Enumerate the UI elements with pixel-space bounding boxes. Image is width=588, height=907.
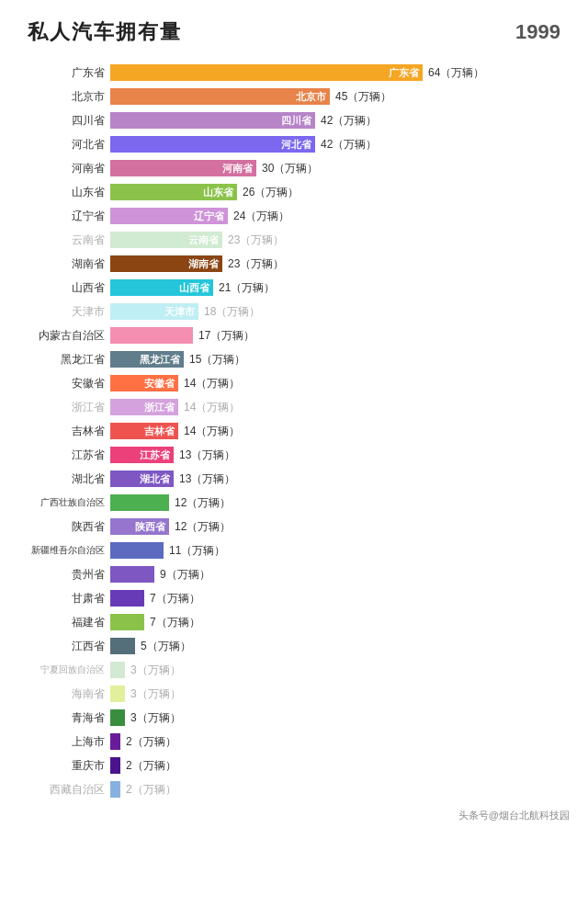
region-label: 福建省 — [9, 615, 110, 630]
bar-row: 辽宁省辽宁省24（万辆） — [9, 206, 579, 226]
region-label: 上海市 — [9, 734, 110, 750]
bar-row: 浙江省浙江省14（万辆） — [9, 397, 579, 417]
bar-fill — [110, 327, 193, 344]
bar-container: 河南省30（万辆） — [110, 160, 579, 176]
bar-container: 山西省21（万辆） — [110, 279, 579, 296]
bar-value-label: 13（万辆） — [179, 471, 235, 487]
bar-container: 陕西省12（万辆） — [110, 518, 579, 535]
bar-container: 7（万辆） — [110, 614, 579, 630]
bar-fill: 湖北省 — [110, 471, 174, 487]
bar-value-label: 26（万辆） — [243, 185, 299, 200]
bar-value-label: 3（万辆） — [130, 710, 181, 726]
bar-inner-label: 安徽省 — [144, 377, 175, 391]
bar-container: 2（万辆） — [110, 733, 579, 750]
bar-value-label: 2（万辆） — [126, 758, 176, 774]
bar-inner-label: 云南省 — [188, 233, 219, 247]
bar-value-label: 42（万辆） — [321, 113, 377, 129]
bar-inner-label: 山东省 — [203, 186, 233, 199]
region-label: 内蒙古自治区 — [9, 328, 110, 344]
bar-fill: 黑龙江省 — [110, 351, 184, 368]
bar-container: 5（万辆） — [110, 638, 579, 654]
chart-area: 广东省广东省64（万辆）北京市北京市45（万辆）四川省四川省42（万辆）河北省河… — [9, 62, 579, 799]
bar-fill: 江苏省 — [110, 447, 174, 463]
bar-row: 贵州省9（万辆） — [9, 564, 579, 584]
bar-container: 广东省64（万辆） — [110, 64, 579, 81]
region-label: 安徽省 — [9, 376, 110, 391]
bar-inner-label: 广东省 — [389, 66, 419, 80]
bar-container: 河北省42（万辆） — [110, 136, 579, 153]
region-label: 重庆市 — [9, 758, 110, 774]
bar-value-label: 2（万辆） — [126, 734, 176, 750]
bar-fill — [110, 614, 144, 630]
bar-fill — [110, 662, 125, 678]
bar-fill — [110, 494, 169, 511]
bar-row: 宁夏回族自治区3（万辆） — [9, 660, 579, 680]
bar-row: 山西省山西省21（万辆） — [9, 278, 579, 298]
bar-row: 重庆市2（万辆） — [9, 755, 579, 776]
bar-row: 西藏自治区2（万辆） — [9, 779, 579, 799]
bar-inner-label: 吉林省 — [144, 425, 175, 438]
bar-fill: 山西省 — [110, 279, 213, 296]
bar-row: 陕西省陕西省12（万辆） — [9, 516, 579, 537]
bar-container: 12（万辆） — [110, 494, 579, 511]
bar-inner-label: 山西省 — [179, 281, 209, 295]
bar-container: 3（万辆） — [110, 686, 579, 702]
bar-inner-label: 陕西省 — [135, 520, 165, 534]
bar-container: 安徽省14（万辆） — [110, 375, 579, 391]
bar-container: 3（万辆） — [110, 662, 579, 678]
region-label: 辽宁省 — [9, 209, 110, 224]
region-label: 云南省 — [9, 232, 110, 248]
bar-value-label: 17（万辆） — [198, 328, 254, 344]
bar-container: 9（万辆） — [110, 566, 579, 583]
bar-value-label: 15（万辆） — [189, 352, 245, 368]
bar-value-label: 23（万辆） — [228, 232, 284, 248]
bar-value-label: 23（万辆） — [228, 256, 284, 272]
bar-container: 湖北省13（万辆） — [110, 471, 579, 487]
bar-value-label: 12（万辆） — [175, 519, 231, 535]
region-label: 湖南省 — [9, 256, 110, 272]
bar-container: 北京市45（万辆） — [110, 88, 579, 105]
bar-row: 安徽省安徽省14（万辆） — [9, 373, 579, 393]
bar-value-label: 14（万辆） — [184, 376, 240, 391]
bar-fill: 广东省 — [110, 64, 423, 81]
bar-container: 辽宁省24（万辆） — [110, 208, 579, 224]
region-label: 北京市 — [9, 89, 110, 105]
region-label: 湖北省 — [9, 471, 110, 487]
region-label: 四川省 — [9, 113, 110, 129]
bar-fill — [110, 733, 120, 750]
region-label: 青海省 — [9, 710, 110, 726]
bar-row: 吉林省吉林省14（万辆） — [9, 421, 579, 441]
bar-value-label: 12（万辆） — [175, 495, 231, 511]
bar-row: 湖北省湖北省13（万辆） — [9, 469, 579, 489]
bar-container: 云南省23（万辆） — [110, 232, 579, 248]
bar-row: 江西省5（万辆） — [9, 636, 579, 656]
bar-row: 四川省四川省42（万辆） — [9, 110, 579, 130]
bar-container: 天津市18（万辆） — [110, 303, 579, 320]
bar-value-label: 3（万辆） — [130, 686, 181, 702]
bar-row: 甘肃省7（万辆） — [9, 588, 579, 608]
region-label: 山东省 — [9, 185, 110, 200]
region-label: 河南省 — [9, 161, 110, 176]
bar-row: 天津市天津市18（万辆） — [9, 301, 579, 322]
region-label: 浙江省 — [9, 400, 110, 415]
bar-fill — [110, 686, 125, 702]
bar-container: 2（万辆） — [110, 781, 579, 798]
region-label: 天津市 — [9, 304, 110, 320]
bar-value-label: 18（万辆） — [204, 304, 260, 320]
bar-value-label: 64（万辆） — [428, 65, 484, 81]
bar-fill: 吉林省 — [110, 423, 178, 439]
bar-fill: 河北省 — [110, 136, 315, 153]
footer-watermark: 头条号@烟台北航科技园 — [9, 809, 579, 822]
bar-fill: 陕西省 — [110, 518, 169, 535]
bar-row: 内蒙古自治区17（万辆） — [9, 325, 579, 346]
bar-value-label: 30（万辆） — [262, 161, 318, 176]
bar-fill: 辽宁省 — [110, 208, 228, 224]
bar-fill: 浙江省 — [110, 399, 178, 415]
bar-container: 江苏省13（万辆） — [110, 447, 579, 463]
bar-fill: 北京市 — [110, 88, 330, 105]
bar-row: 上海市2（万辆） — [9, 731, 579, 752]
bar-inner-label: 辽宁省 — [194, 210, 224, 223]
region-label: 黑龙江省 — [9, 352, 110, 368]
bar-value-label: 9（万辆） — [160, 567, 210, 583]
region-label: 宁夏回族自治区 — [9, 663, 110, 676]
